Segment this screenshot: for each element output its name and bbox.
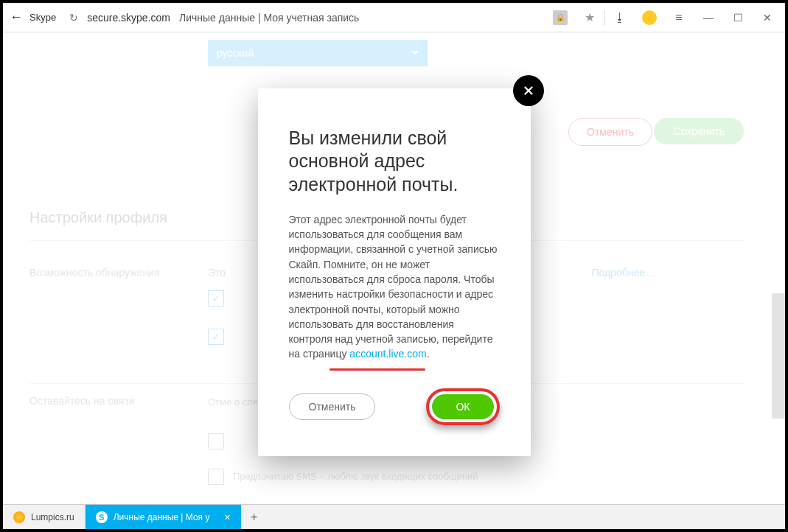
new-tab-button[interactable]: + (242, 505, 267, 529)
titlebar: ← Skype ↻ secure.skype.com Личные данные… (3, 3, 785, 32)
content-area: русский Отменить Сохранить Настройки про… (3, 32, 785, 504)
favicon-skype: S (96, 511, 108, 523)
modal-body-text: Этот адрес электронной почты будет испол… (289, 214, 498, 360)
tab-close-icon[interactable]: × (224, 511, 230, 523)
modal-close-button[interactable] (513, 75, 544, 106)
modal-body-punct: . (427, 348, 430, 360)
close-icon (522, 84, 535, 97)
modal-overlay: Вы изменили свой основной адрес электрон… (3, 32, 785, 504)
account-link[interactable]: account.live.com (349, 348, 426, 360)
minimize-button[interactable]: — (694, 3, 723, 32)
taskbar: Lumpics.ru S Личные данные | Моя у × + (3, 504, 785, 529)
modal-wrap: Вы изменили свой основной адрес электрон… (258, 88, 531, 456)
extension-icon[interactable]: ⚡ (635, 3, 664, 32)
taskbar-tab-1-label: Lumpics.ru (31, 512, 74, 522)
modal-title: Вы изменили свой основной адрес электрон… (289, 127, 500, 196)
modal: Вы изменили свой основной адрес электрон… (258, 88, 531, 456)
annotation-underline (330, 368, 425, 371)
modal-body: Этот адрес электронной почты будет испол… (289, 212, 500, 362)
reload-icon[interactable]: ↻ (65, 9, 83, 27)
menu-icon[interactable]: ≡ (664, 3, 694, 32)
tab-label: Skype (29, 12, 56, 23)
taskbar-tab-2[interactable]: S Личные данные | Моя у × (86, 505, 242, 529)
modal-ok-button[interactable]: ОК (432, 394, 493, 419)
favicon-lumpics (13, 511, 25, 523)
url-domain[interactable]: secure.skype.com (87, 12, 170, 24)
star-icon[interactable]: ★ (575, 3, 604, 32)
taskbar-tab-2-label: Личные данные | Моя у (114, 512, 210, 522)
url-page-title: Личные данные | Моя учетная запись (179, 12, 359, 24)
back-button[interactable]: ← (6, 7, 27, 28)
ok-highlight: ОК (426, 388, 499, 425)
maximize-button[interactable]: ☐ (723, 3, 753, 32)
downloads-icon[interactable]: ⭳ (605, 3, 635, 32)
close-window-button[interactable]: ✕ (753, 3, 782, 32)
app-window: ← Skype ↻ secure.skype.com Личные данные… (3, 3, 785, 529)
modal-cancel-button[interactable]: Отменить (289, 393, 376, 420)
modal-buttons: Отменить ОК (289, 388, 500, 425)
taskbar-tab-1[interactable]: Lumpics.ru (3, 505, 86, 529)
lock-icon[interactable]: 🔒 (545, 3, 575, 32)
